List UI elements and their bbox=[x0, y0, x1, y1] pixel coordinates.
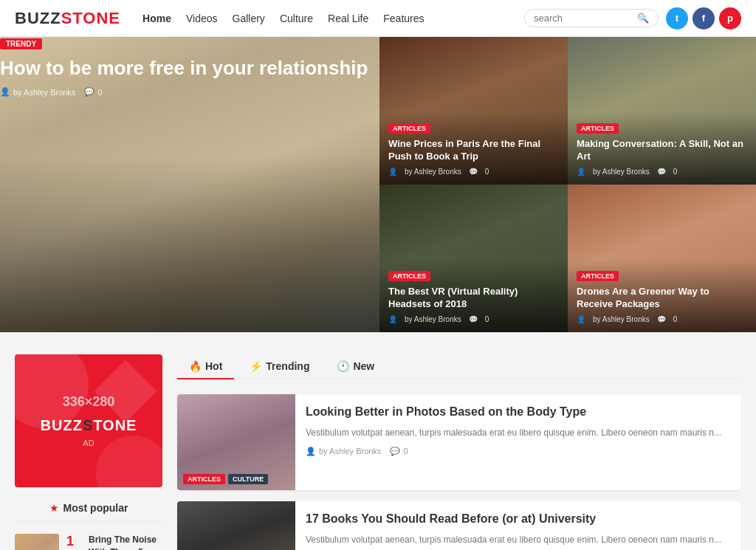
author-icon: 👤 bbox=[577, 168, 585, 176]
hero-card-3-overlay: ARTICLES The Best VR (Virtual Reality) H… bbox=[379, 260, 568, 332]
logo-buzz: BUZZ bbox=[15, 9, 61, 27]
comment-icon: 💬 bbox=[390, 447, 400, 456]
hero-meta: 👤 by Ashley Bronks 💬 0 bbox=[0, 87, 379, 97]
author-icon: 👤 bbox=[0, 87, 10, 97]
comment-icon: 💬 bbox=[469, 168, 478, 176]
sidebar: 336×280 BUZZSTONE AD ★ Most popular 1 Br… bbox=[15, 354, 162, 550]
tab-new[interactable]: 🕐 New bbox=[325, 354, 386, 379]
twitter-button[interactable]: t bbox=[666, 7, 688, 30]
ad-label: AD bbox=[83, 439, 94, 447]
hero-card-4-title: Drones Are a Greener Way to Receive Pack… bbox=[577, 286, 747, 311]
author-icon: 👤 bbox=[388, 315, 397, 323]
article-body-1: Looking Better in Photos Based on the Bo… bbox=[295, 394, 741, 490]
ad-logo-tone: TONE bbox=[93, 417, 137, 433]
comment-icon: 💬 bbox=[469, 315, 478, 323]
most-popular: ★ Most popular 1 Bring The Noise With Th… bbox=[15, 502, 162, 550]
hero-card-1-title: Wine Prices in Paris Are the Final Push … bbox=[388, 138, 559, 163]
hero-card-1-meta: 👤 by Ashley Bronks 💬 0 bbox=[388, 168, 559, 176]
logo-stone: STONE bbox=[61, 9, 120, 27]
header-right: 🔍 t f p bbox=[524, 7, 741, 30]
article-title-1: Looking Better in Photos Based on the Bo… bbox=[306, 405, 731, 420]
hero-card-4-overlay: ARTICLES Drones Are a Greener Way to Rec… bbox=[568, 260, 756, 332]
hero-card-1[interactable]: ARTICLES Wine Prices in Paris Are the Fi… bbox=[379, 37, 568, 185]
article-title-2: 17 Books You Should Read Before (or at) … bbox=[306, 512, 731, 527]
comment-icon: 💬 bbox=[657, 168, 666, 176]
hero-card-4[interactable]: ARTICLES Drones Are a Greener Way to Rec… bbox=[568, 185, 756, 332]
popular-item-1-title: Bring The Noise With These 5 Audio Gadge… bbox=[89, 534, 162, 550]
badge-culture-1: CULTURE bbox=[228, 474, 268, 484]
facebook-button[interactable]: f bbox=[693, 7, 715, 30]
popular-item-1[interactable]: 1 Bring The Noise With These 5 Audio Gad… bbox=[15, 534, 162, 550]
hero-title: How to be more free in your relationship bbox=[0, 57, 379, 80]
most-popular-title: Most popular bbox=[63, 502, 128, 514]
hero-comments: 💬 0 bbox=[84, 87, 102, 97]
social-icons: t f p bbox=[666, 7, 741, 30]
badge-articles-1: ARTICLES bbox=[183, 474, 225, 484]
article-excerpt-1: Vestibulum volutpat aenean, turpis males… bbox=[306, 426, 731, 439]
article-meta-1: 👤 by Ashley Bronks 💬 0 bbox=[306, 447, 731, 456]
hero-right-grid: ARTICLES Wine Prices in Paris Are the Fi… bbox=[379, 37, 756, 332]
star-icon: ★ bbox=[49, 502, 59, 514]
hero-card-1-overlay: ARTICLES Wine Prices in Paris Are the Fi… bbox=[379, 112, 568, 185]
hero-card-4-meta: 👤 by Ashley Bronks 💬 0 bbox=[577, 315, 747, 323]
hero-card-1-badge: ARTICLES bbox=[388, 123, 430, 134]
clock-icon: 🕐 bbox=[337, 360, 349, 372]
author-icon: 👤 bbox=[577, 315, 585, 323]
article-comments-1: 💬 0 bbox=[390, 447, 408, 456]
hero-card-3-meta: 👤 by Ashley Bronks 💬 0 bbox=[388, 315, 559, 323]
hero-card-4-badge: ARTICLES bbox=[577, 271, 619, 281]
ad-box: 336×280 BUZZSTONE AD bbox=[15, 354, 162, 487]
main-content: 336×280 BUZZSTONE AD ★ Most popular 1 Br… bbox=[0, 332, 756, 550]
fire-icon: 🔥 bbox=[189, 360, 202, 372]
hero-card-2[interactable]: ARTICLES Making Conversation: A Skill, N… bbox=[568, 37, 756, 185]
main-nav: Home Videos Gallery Culture Real Life Fe… bbox=[142, 13, 424, 24]
article-img-2: ARTICLES CULTURE bbox=[177, 501, 295, 550]
comment-icon: 💬 bbox=[657, 315, 666, 323]
lightning-icon: ⚡ bbox=[250, 360, 262, 372]
hero-card-2-title: Making Conversation: A Skill, Not an Art bbox=[577, 138, 747, 163]
hero-card-2-badge: ARTICLES bbox=[577, 123, 619, 134]
search-box[interactable]: 🔍 bbox=[524, 9, 659, 27]
article-author-1: 👤 by Ashley Bronks bbox=[306, 447, 381, 456]
hero-card-3-badge: ARTICLES bbox=[388, 271, 430, 281]
article-body-2: 17 Books You Should Read Before (or at) … bbox=[295, 501, 741, 550]
article-1-badges: ARTICLES CULTURE bbox=[183, 474, 268, 484]
author-icon: 👤 bbox=[388, 168, 397, 176]
search-icon: 🔍 bbox=[637, 13, 649, 24]
popular-item-1-num: 1 bbox=[66, 534, 81, 549]
tab-hot[interactable]: 🔥 Hot bbox=[177, 354, 234, 379]
most-popular-header: ★ Most popular bbox=[15, 502, 162, 523]
nav-gallery[interactable]: Gallery bbox=[233, 13, 265, 24]
author-icon: 👤 bbox=[306, 447, 316, 456]
hero-badge: TRENDY bbox=[0, 38, 42, 49]
hero-card-3[interactable]: ARTICLES The Best VR (Virtual Reality) H… bbox=[379, 185, 568, 332]
hero-main-content: TRENDY How to be more free in your relat… bbox=[0, 37, 379, 97]
article-card-1[interactable]: ARTICLES CULTURE Looking Better in Photo… bbox=[177, 394, 741, 490]
content-area: 🔥 Hot ⚡ Trending 🕐 New ARTICLES CULTURE bbox=[177, 354, 741, 550]
search-input[interactable] bbox=[534, 13, 637, 24]
ad-logo-s: S bbox=[83, 417, 93, 433]
comment-icon: 💬 bbox=[84, 87, 94, 97]
nav-reallife[interactable]: Real Life bbox=[328, 13, 368, 24]
article-img-1: ARTICLES CULTURE bbox=[177, 394, 295, 490]
hero-main[interactable]: TRENDY How to be more free in your relat… bbox=[0, 37, 379, 332]
hero-card-2-meta: 👤 by Ashley Bronks 💬 0 bbox=[577, 168, 747, 176]
logo[interactable]: BUZZSTONE bbox=[15, 9, 120, 28]
nav-features[interactable]: Features bbox=[383, 13, 424, 24]
tabs: 🔥 Hot ⚡ Trending 🕐 New bbox=[177, 354, 741, 379]
nav-home[interactable]: Home bbox=[142, 13, 171, 24]
nav-culture[interactable]: Culture bbox=[280, 13, 313, 24]
article-excerpt-2: Vestibulum volutpat aenean, turpis males… bbox=[306, 533, 731, 546]
header: BUZZSTONE Home Videos Gallery Culture Re… bbox=[0, 0, 756, 37]
tab-trending[interactable]: ⚡ Trending bbox=[238, 354, 321, 379]
hero-section: TRENDY How to be more free in your relat… bbox=[0, 37, 756, 332]
pinterest-button[interactable]: p bbox=[719, 7, 741, 30]
popular-item-1-img bbox=[15, 534, 59, 550]
hero-card-3-title: The Best VR (Virtual Reality) Headsets o… bbox=[388, 286, 559, 311]
article-card-2[interactable]: ARTICLES CULTURE 17 Books You Should Rea… bbox=[177, 501, 741, 550]
nav-videos[interactable]: Videos bbox=[186, 13, 218, 24]
hero-card-2-overlay: ARTICLES Making Conversation: A Skill, N… bbox=[568, 112, 756, 185]
hero-author: 👤 by Ashley Bronks bbox=[0, 87, 75, 97]
